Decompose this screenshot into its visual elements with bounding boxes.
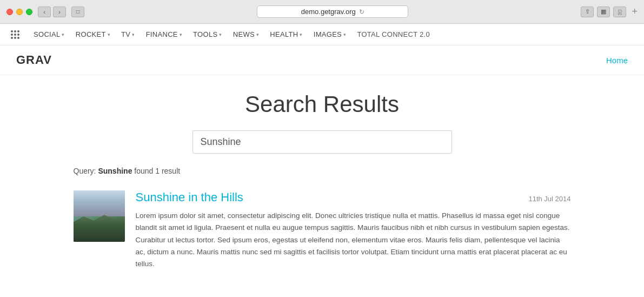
- main-content: Search Results Query: Sunshine found 1 r…: [63, 75, 582, 286]
- window-chrome: ‹ › □ demo.getgrav.org ↻ ⇧ ▩ ⍗ +: [0, 0, 644, 24]
- reload-icon[interactable]: ↻: [359, 8, 364, 16]
- back-button[interactable]: ‹: [38, 6, 51, 17]
- traffic-lights: [6, 9, 32, 15]
- nav-link-rocket[interactable]: ROCKET ▾: [70, 28, 116, 41]
- result-header: Sunshine in the Hills 11th Jul 2014: [136, 190, 571, 204]
- result-image: [74, 190, 125, 242]
- result-item: Sunshine in the Hills 11th Jul 2014 Lore…: [74, 190, 571, 270]
- top-nav-left: SOCIAL ▾ ROCKET ▾ TV ▾ FINANCE ▾: [11, 28, 435, 41]
- nav-link-health[interactable]: HEALTH ▾: [264, 28, 308, 41]
- nav-link-total-connect[interactable]: Total Connect 2.0: [351, 28, 435, 41]
- tab-overview-button[interactable]: ▩: [597, 6, 610, 17]
- nav-item-total-connect[interactable]: Total Connect 2.0: [351, 28, 435, 41]
- site-header: GRAV Home: [0, 45, 644, 75]
- nav-item-tv[interactable]: TV ▾: [116, 28, 141, 41]
- nav-item-health[interactable]: HEALTH ▾: [264, 28, 308, 41]
- minimize-button[interactable]: [16, 9, 23, 15]
- home-link[interactable]: Home: [606, 56, 628, 65]
- chevron-down-icon: ▾: [108, 32, 110, 37]
- page-title: Search Results: [74, 91, 571, 117]
- nav-link-social[interactable]: SOCIAL ▾: [28, 28, 70, 41]
- result-title: Sunshine in the Hills: [136, 190, 243, 204]
- chevron-down-icon: ▾: [256, 32, 259, 37]
- nav-link-images[interactable]: images ▾: [308, 28, 352, 41]
- chevron-down-icon: ▾: [132, 32, 135, 37]
- chevron-down-icon: ▾: [180, 32, 182, 37]
- download-button[interactable]: ⍗: [613, 6, 626, 17]
- nav-item-social[interactable]: SOCIAL ▾: [28, 28, 70, 41]
- nav-item-finance[interactable]: FINANCE ▾: [141, 28, 188, 41]
- nav-item-images[interactable]: images ▾: [308, 28, 352, 41]
- top-nav-menu: SOCIAL ▾ ROCKET ▾ TV ▾ FINANCE ▾: [28, 28, 435, 41]
- chrome-actions: ⇧ ▩ ⍗: [581, 6, 626, 17]
- sidebar-toggle[interactable]: □: [71, 6, 84, 17]
- result-body: Sunshine in the Hills 11th Jul 2014 Lore…: [136, 190, 571, 270]
- share-button[interactable]: ⇧: [581, 6, 594, 17]
- add-tab-button[interactable]: +: [632, 6, 638, 17]
- search-input[interactable]: [192, 130, 452, 154]
- search-input-wrapper: [74, 130, 571, 154]
- close-button[interactable]: [6, 9, 13, 15]
- top-nav: SOCIAL ▾ ROCKET ▾ TV ▾ FINANCE ▾: [0, 24, 644, 45]
- address-text: demo.getgrav.org: [301, 8, 356, 16]
- result-excerpt: Lorem ipsum dolor sit amet, consectetur …: [136, 210, 571, 270]
- query-found: found 1 result: [134, 167, 180, 175]
- forward-button[interactable]: ›: [53, 6, 66, 17]
- result-thumbnail: [74, 190, 125, 242]
- nav-link-tools[interactable]: TOOLS ▾: [188, 28, 228, 41]
- address-bar-wrapper: demo.getgrav.org ↻: [90, 5, 575, 18]
- chevron-down-icon: ▾: [62, 32, 64, 37]
- chevron-down-icon: ▾: [219, 32, 222, 37]
- query-label: Query:: [74, 167, 96, 175]
- nav-item-tools[interactable]: TOOLS ▾: [188, 28, 228, 41]
- site-logo: GRAV: [16, 53, 52, 67]
- browser-nav-buttons: ‹ ›: [38, 6, 66, 17]
- nav-link-finance[interactable]: FINANCE ▾: [141, 28, 188, 41]
- result-date: 11th Jul 2014: [528, 195, 570, 203]
- result-title-link[interactable]: Sunshine in the Hills: [136, 190, 243, 204]
- chevron-down-icon: ▾: [300, 32, 302, 37]
- nav-item-rocket[interactable]: ROCKET ▾: [70, 28, 116, 41]
- apps-grid-icon[interactable]: [11, 30, 19, 39]
- nav-link-news[interactable]: NEWS ▾: [228, 28, 265, 41]
- address-bar[interactable]: demo.getgrav.org ↻: [257, 5, 408, 18]
- chevron-down-icon: ▾: [343, 32, 346, 37]
- query-term: Sunshine: [98, 167, 132, 175]
- nav-item-news[interactable]: NEWS ▾: [228, 28, 265, 41]
- query-info: Query: Sunshine found 1 result: [74, 167, 571, 175]
- maximize-button[interactable]: [26, 9, 32, 15]
- nav-link-tv[interactable]: TV ▾: [116, 28, 141, 41]
